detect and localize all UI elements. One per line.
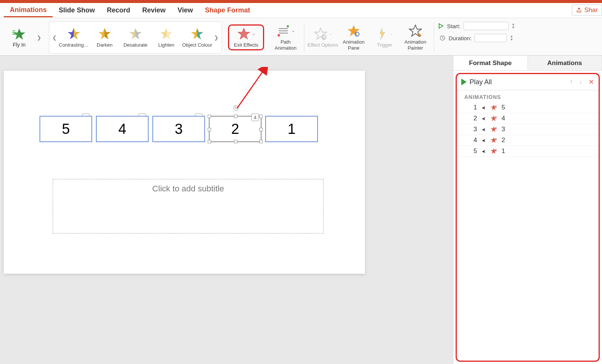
rotate-handle[interactable]: ↻ <box>233 105 239 111</box>
resize-handle[interactable] <box>259 115 263 118</box>
animation-row[interactable]: 1➤5 <box>457 102 599 113</box>
svg-point-13 <box>278 34 280 36</box>
slide-box[interactable]: 5 <box>40 116 92 142</box>
exit-effects-highlight: ⌄ Exit Effects <box>228 24 264 51</box>
anim-target: 4 <box>502 115 505 122</box>
trigger-button: ⌄ Trigger <box>369 27 400 48</box>
timing-group: Start: ▲▼ Duration: ▲▼ <box>434 20 519 55</box>
gallery-prev[interactable]: ❮ <box>51 35 58 41</box>
slide-box[interactable]: 1 <box>265 116 318 142</box>
star-icon <box>98 27 111 41</box>
resize-handle[interactable] <box>234 140 237 143</box>
anim-index: 3 <box>472 126 477 133</box>
svg-marker-2 <box>74 28 80 39</box>
chevron-down-icon: ⌄ <box>388 31 393 36</box>
slide-box-text: 2 <box>231 121 239 137</box>
svg-marker-6 <box>135 28 141 39</box>
animation-painter-button[interactable]: Animation Painter <box>400 24 431 51</box>
tab-record[interactable]: Record <box>101 4 136 17</box>
move-down-icon[interactable]: ↓ <box>579 78 582 86</box>
tab-view[interactable]: View <box>172 4 199 17</box>
resize-handle[interactable] <box>259 128 263 131</box>
duration-spin[interactable]: ▲▼ <box>510 35 513 41</box>
trigger-icon <box>377 27 388 41</box>
tab-shape-format[interactable]: Shape Format <box>199 4 256 17</box>
exit-star-icon <box>237 27 251 41</box>
slide[interactable]: 1 2 3 4 5 4 3 2 ↻ 4 1 Clic <box>4 71 365 274</box>
play-icon[interactable] <box>461 79 467 85</box>
clock-icon <box>439 35 445 41</box>
animation-painter-icon <box>409 24 422 38</box>
slide-box[interactable]: 4 <box>96 116 149 142</box>
gallery-desaturate[interactable]: Desaturate <box>120 27 151 48</box>
anim-index: 1 <box>472 104 477 111</box>
animation-list: 1➤52➤43➤34➤25➤1 <box>457 102 599 361</box>
on-click-icon: ➤ <box>482 105 486 111</box>
close-icon[interactable]: ✕ <box>588 78 594 86</box>
svg-marker-14 <box>314 28 326 39</box>
start-spin[interactable]: ▲▼ <box>512 23 515 29</box>
resize-handle[interactable] <box>208 140 211 143</box>
gallery-darken[interactable]: Darken <box>89 27 120 48</box>
anim-index: 2 <box>472 115 477 122</box>
gallery-lighten[interactable]: Lighten <box>151 27 182 48</box>
on-click-icon: ➤ <box>482 138 486 143</box>
canvas-wrap: 1 1 2 3 4 5 4 3 2 ↻ 4 <box>0 56 453 364</box>
tab-animations[interactable]: Animations <box>4 4 53 17</box>
effect-options-label: Effect Options <box>307 42 338 48</box>
exit-effects-button[interactable]: ⌄ Exit Effects <box>231 27 261 48</box>
star-icon <box>190 27 204 41</box>
svg-marker-11 <box>237 28 249 39</box>
gallery-next[interactable]: ❯ <box>213 35 220 41</box>
animation-row[interactable]: 2➤4 <box>457 113 599 124</box>
resize-handle[interactable] <box>208 115 211 118</box>
animation-pane-button[interactable]: Animation Pane <box>338 24 369 51</box>
duration-field[interactable] <box>474 34 507 42</box>
flyin-star-icon <box>12 27 26 41</box>
titlebar <box>0 0 602 3</box>
slide-box[interactable]: 3 <box>152 116 205 142</box>
flyin-button[interactable]: Fly In <box>3 27 35 48</box>
anim-tag[interactable]: 4 <box>251 114 259 121</box>
svg-marker-4 <box>105 28 111 39</box>
resize-handle[interactable] <box>208 128 211 131</box>
move-up-icon[interactable]: ↑ <box>570 78 573 86</box>
emphasis-gallery: ❮ Contrasting… Darken Desaturate Lighten… <box>49 21 222 54</box>
star-icon <box>160 27 173 41</box>
effect-options-icon <box>314 27 327 41</box>
effect-options-button: ⌄ Effect Options <box>307 27 338 48</box>
resize-handle[interactable] <box>234 115 237 118</box>
gallery-label: Object Colour <box>182 42 212 48</box>
animation-row[interactable]: 3➤3 <box>457 124 599 135</box>
subtitle-placeholder[interactable]: Click to add subtitle <box>53 179 324 234</box>
animation-painter-label: Animation Painter <box>400 39 431 51</box>
gallery-object-colour[interactable]: Object Colour <box>182 27 213 48</box>
animation-row[interactable]: 5➤1 <box>457 146 599 157</box>
gallery-contrasting[interactable]: Contrasting… <box>58 27 89 48</box>
duration-label: Duration: <box>448 35 471 41</box>
animation-pane-label: Animation Pane <box>338 39 369 51</box>
tab-slideshow[interactable]: Slide Show <box>53 4 101 17</box>
start-field[interactable] <box>464 22 509 30</box>
flyin-label: Fly In <box>13 42 26 48</box>
on-click-icon: ➤ <box>482 127 486 132</box>
play-all-label[interactable]: Play All <box>470 78 492 86</box>
star-icon <box>129 27 142 41</box>
share-button[interactable]: Shar <box>572 5 602 16</box>
animation-row[interactable]: 4➤2 <box>457 135 599 146</box>
ribbon: Fly In ❯ ❮ Contrasting… Darken Desaturat… <box>0 18 602 56</box>
flyin-next[interactable]: ❯ <box>35 35 43 41</box>
gallery-label: Contrasting… <box>59 42 88 48</box>
tab-review[interactable]: Review <box>136 4 172 17</box>
side-tab-format-shape[interactable]: Format Shape <box>453 56 528 70</box>
chevron-down-icon: ⌄ <box>290 28 295 33</box>
svg-marker-10 <box>197 28 203 39</box>
side-tab-animations[interactable]: Animations <box>528 56 602 70</box>
share-icon <box>576 7 582 13</box>
resize-handle[interactable] <box>259 140 263 143</box>
anim-index: 4 <box>472 136 477 144</box>
exit-star-icon <box>490 126 497 133</box>
side-panel: Format Shape Animations Play All ↑ ↓ ✕ A… <box>453 56 602 364</box>
path-animation-button[interactable]: ⌄ Path Animation <box>270 24 301 51</box>
gallery-label: Darken <box>97 42 112 48</box>
